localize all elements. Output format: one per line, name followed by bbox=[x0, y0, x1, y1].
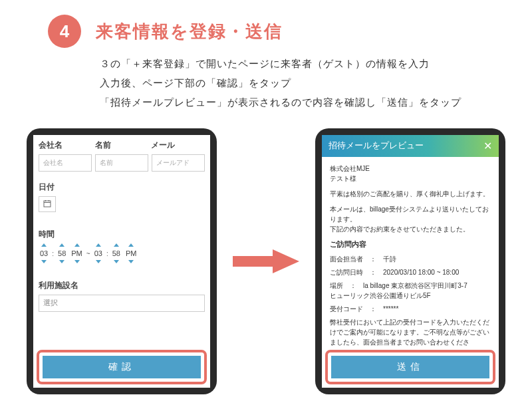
chevron-up-icon[interactable] bbox=[59, 243, 65, 247]
name-input[interactable]: 名前 bbox=[95, 154, 148, 172]
preview-person: テスト様 bbox=[330, 174, 491, 184]
tablet-left: 会社名 名前 メール 会社名 名前 メールアド 日付 時間 03 : bbox=[27, 128, 217, 394]
description: ３の「＋来客登録」で開いたページに来客者（ゲスト）の情報を入力 入力後、ページ下… bbox=[0, 48, 532, 112]
facility-label: 利用施設名 bbox=[33, 275, 210, 295]
arrow-right-icon bbox=[233, 248, 299, 275]
time-ap2[interactable]: PM bbox=[124, 243, 138, 263]
col-mail: メール bbox=[151, 140, 205, 150]
chevron-up-icon[interactable] bbox=[96, 243, 101, 247]
facility-select[interactable]: 選択 bbox=[39, 295, 205, 312]
row-datetime: ご訪問日時 ： 2020/03/10 18:00 ~ 18:00 bbox=[330, 267, 491, 277]
desc-line-2: 入力後、ページ下部の「確認」をタップ bbox=[100, 74, 515, 93]
send-button[interactable]: 送信 bbox=[331, 356, 489, 378]
confirm-button[interactable]: 確認 bbox=[43, 356, 201, 378]
chevron-down-icon[interactable] bbox=[128, 260, 134, 263]
time-h2[interactable]: 03 bbox=[93, 243, 104, 263]
visit-heading: ご訪問内容 bbox=[330, 239, 491, 250]
tablet-right-screen: 招待メールをプレビュー ✕ 株式会社MJE テスト様 平素は格別のご高配を賜り、… bbox=[322, 135, 499, 388]
preview-title: 招待メールをプレビュー bbox=[329, 140, 424, 152]
desc-line-1: ３の「＋来客登録」で開いたページに来客者（ゲスト）の情報を入力 bbox=[100, 55, 515, 74]
desc-line-3: 「招待メールプレビュー」が表示されるので内容を確認し「送信」をタップ bbox=[100, 93, 515, 112]
preview-sys2: 下記の内容でお約束をさせていただきました。 bbox=[330, 224, 491, 234]
svg-rect-0 bbox=[44, 201, 51, 207]
preview-body: 株式会社MJE テスト様 平素は格別のご高配を賜り、厚く御礼申し上げます。 本メ… bbox=[322, 157, 499, 347]
preview-greeting: 平素は格別のご高配を賜り、厚く御礼申し上げます。 bbox=[330, 189, 491, 199]
chevron-down-icon[interactable] bbox=[114, 260, 119, 263]
tablet-left-screen: 会社名 名前 メール 会社名 名前 メールアド 日付 時間 03 : bbox=[33, 135, 210, 388]
time-row: 03 : 58 PM ~ 03 : 58 PM bbox=[33, 243, 210, 275]
preview-company: 株式会社MJE bbox=[330, 164, 491, 174]
step-badge: 4 bbox=[48, 15, 81, 48]
send-highlight: 送信 bbox=[325, 350, 495, 384]
page-title: 来客情報を登録・送信 bbox=[96, 20, 283, 43]
company-input[interactable]: 会社名 bbox=[39, 154, 92, 172]
tablet-right: 招待メールをプレビュー ✕ 株式会社MJE テスト様 平素は格別のご高配を賜り、… bbox=[315, 128, 505, 394]
preview-footer: 弊社受付において上記の受付コードを入力いただくだけでご案内が可能になります。ご不… bbox=[330, 317, 491, 347]
mail-input[interactable]: メールアド bbox=[152, 154, 205, 172]
row-code: 受付コード ： ****** bbox=[330, 304, 491, 314]
chevron-up-icon[interactable] bbox=[128, 243, 134, 247]
row-place-1: 場所 ： la billage 東京都渋谷区宇田川町3-7 bbox=[330, 281, 491, 291]
preview-sys1: 本メールは、billage受付システムより送りいたしております。 bbox=[330, 204, 491, 224]
chevron-down-icon[interactable] bbox=[96, 260, 101, 263]
chevron-up-icon[interactable] bbox=[41, 243, 47, 247]
confirm-highlight: 確認 bbox=[37, 350, 207, 384]
chevron-up-icon[interactable] bbox=[114, 243, 119, 247]
time-ap1[interactable]: PM bbox=[70, 243, 84, 263]
col-name: 名前 bbox=[95, 140, 149, 150]
time-m2[interactable]: 58 bbox=[111, 243, 122, 263]
close-icon[interactable]: ✕ bbox=[483, 140, 492, 152]
time-m1[interactable]: 58 bbox=[57, 243, 67, 263]
chevron-down-icon[interactable] bbox=[74, 260, 80, 263]
date-input[interactable] bbox=[39, 196, 56, 212]
preview-header: 招待メールをプレビュー ✕ bbox=[322, 135, 499, 157]
row-person: 面会担当者 ： 千詩 bbox=[330, 254, 491, 264]
svg-marker-4 bbox=[233, 249, 299, 273]
col-company: 会社名 bbox=[39, 140, 92, 150]
chevron-down-icon[interactable] bbox=[41, 260, 47, 263]
chevron-down-icon[interactable] bbox=[59, 260, 65, 263]
calendar-icon bbox=[43, 200, 51, 209]
chevron-up-icon[interactable] bbox=[74, 243, 80, 247]
row-place-2: ヒューリック渋谷公園通りビル5F bbox=[330, 291, 491, 301]
time-h1[interactable]: 03 bbox=[39, 243, 49, 263]
date-label: 日付 bbox=[33, 177, 210, 196]
time-label: 時間 bbox=[33, 224, 210, 243]
